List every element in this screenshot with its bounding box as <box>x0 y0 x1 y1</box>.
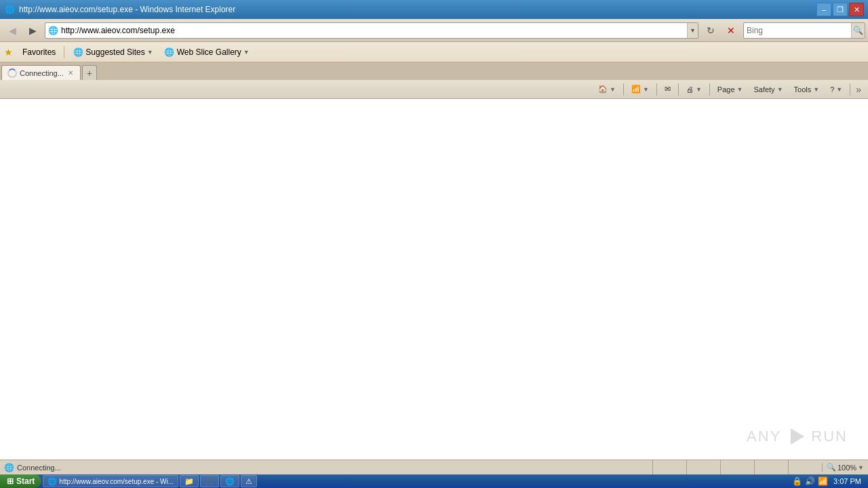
print-command-button[interactable]: 🖨 ▼ <box>682 83 707 96</box>
start-label: Start <box>16 476 35 486</box>
read-mail-icon: ✉ <box>665 85 671 94</box>
expand-button[interactable]: » <box>853 83 864 96</box>
tools-dropdown-icon: ▼ <box>813 86 819 93</box>
tab-bar: Connecting... ✕ + <box>0 62 868 80</box>
home-command-button[interactable]: 🏠 ▼ <box>593 83 620 96</box>
zoom-display[interactable]: 100% ▼ <box>837 464 864 472</box>
web-slice-gallery-icon: 🌐 <box>164 47 175 58</box>
feeds-icon: 📶 <box>631 85 641 94</box>
status-segment-3 <box>720 460 754 475</box>
status-loading-icon: 🌐 <box>4 463 14 472</box>
title-bar: 🌐 http://www.aieov.com/setup.exe - Windo… <box>0 0 868 19</box>
command-bar: 🏠 ▼ 📶 ▼ ✉ 🖨 ▼ Page ▼ Safety ▼ Tools ▼ ? … <box>0 80 868 99</box>
safety-command-button[interactable]: Safety ▼ <box>749 83 787 96</box>
stop-button[interactable]: ✕ <box>722 22 741 39</box>
new-tab-button[interactable]: + <box>82 65 97 80</box>
back-button[interactable]: ◀ <box>3 22 22 39</box>
search-button[interactable]: 🔍 <box>851 23 865 38</box>
cmd-divider-3 <box>678 83 679 96</box>
tab-loading-spinner <box>7 68 17 78</box>
status-segment-4 <box>754 460 788 475</box>
svg-marker-0 <box>791 428 804 445</box>
status-bar: 🌐 Connecting... 🔍 100% ▼ <box>0 460 868 474</box>
content-area <box>0 99 868 412</box>
search-container: 🔍 <box>743 22 865 39</box>
help-command-button[interactable]: ? ▼ <box>825 83 847 96</box>
suggested-sites-label: Suggested Sites <box>85 47 144 57</box>
taskbar-media-icon: 🎵 <box>205 477 214 486</box>
cmd-divider-5 <box>850 83 850 96</box>
forward-button[interactable]: ▶ <box>23 22 42 39</box>
feeds-dropdown-icon: ▼ <box>643 86 649 93</box>
tab-label: Connecting... <box>20 69 64 77</box>
page-command-label: Page <box>717 85 735 94</box>
refresh-button[interactable]: ↻ <box>701 22 720 39</box>
cmd-divider-4 <box>709 83 710 96</box>
active-tab[interactable]: Connecting... ✕ <box>1 65 81 80</box>
start-button[interactable]: ⊞ Start <box>0 474 41 488</box>
read-mail-command-button[interactable]: ✉ <box>660 83 675 96</box>
zoom-container: 🔍 100% ▼ <box>822 463 868 472</box>
navigation-bar: ◀ ▶ 🌐 ▼ ↻ ✕ 🔍 <box>0 19 868 42</box>
tab-close-button[interactable]: ✕ <box>66 69 75 77</box>
minimize-button[interactable]: – <box>816 3 831 16</box>
taskbar-ie-icon: 🌐 <box>47 477 57 486</box>
favorites-bar: ★ Favorites 🌐 Suggested Sites ▼ 🌐 Web Sl… <box>0 42 868 62</box>
favorites-label: Favorites <box>22 47 56 57</box>
taskbar-ie-task[interactable]: 🌐 http://www.aieov.com/setup.exe - Wi... <box>43 475 178 487</box>
suggested-sites-button[interactable]: 🌐 Suggested Sites ▼ <box>70 45 155 59</box>
start-orb-icon: ⊞ <box>7 476 14 486</box>
favorites-button[interactable]: Favorites <box>20 46 58 58</box>
status-segment-5 <box>788 460 822 475</box>
home-dropdown-icon: ▼ <box>610 86 616 93</box>
tools-command-label: Tools <box>794 85 812 94</box>
home-icon: 🏠 <box>598 85 608 94</box>
favorites-star-icon: ★ <box>4 47 13 58</box>
feeds-command-button[interactable]: 📶 ▼ <box>627 83 654 96</box>
address-bar-container: 🌐 ▼ <box>45 22 698 39</box>
taskbar-folder-task[interactable]: 📁 <box>180 475 199 487</box>
taskbar-folder-icon: 📁 <box>184 477 194 486</box>
print-icon: 🖨 <box>686 85 694 94</box>
cmd-divider-1 <box>623 83 624 96</box>
suggested-sites-dropdown-icon: ▼ <box>147 49 153 56</box>
address-icon: 🌐 <box>48 26 58 35</box>
system-tray: 🔒 🔊 📶 3:07 PM <box>788 476 868 486</box>
web-slice-gallery-button[interactable]: 🌐 Web Slice Gallery ▼ <box>161 45 252 59</box>
title-bar-icon: 🌐 <box>4 4 15 15</box>
page-command-button[interactable]: Page ▼ <box>713 83 748 96</box>
watermark-text-any: ANY <box>747 428 781 445</box>
window-controls: – ❐ ✕ <box>816 3 864 16</box>
safety-dropdown-icon: ▼ <box>777 86 783 93</box>
status-segment-2 <box>686 460 720 475</box>
status-text: Connecting... <box>17 464 61 472</box>
watermark-play-icon <box>785 426 807 447</box>
cmd-divider-2 <box>656 83 657 96</box>
close-button[interactable]: ✕ <box>849 3 864 16</box>
address-dropdown-arrow[interactable]: ▼ <box>687 23 698 38</box>
tray-signal-icon: 📶 <box>818 476 828 486</box>
tray-network-icon: 🔒 <box>792 476 802 486</box>
taskbar-task-5[interactable]: ⚠ <box>241 475 257 487</box>
taskbar: ⊞ Start 🌐 http://www.aieov.com/setup.exe… <box>0 474 868 488</box>
taskbar-browser2-icon: 🌐 <box>225 477 235 486</box>
taskbar-task-4[interactable]: 🌐 <box>220 475 239 487</box>
tray-clock: 3:07 PM <box>831 477 864 485</box>
safety-command-label: Safety <box>753 85 774 94</box>
zoom-dropdown-icon: ▼ <box>858 464 864 471</box>
address-input[interactable] <box>61 26 686 35</box>
help-icon: ? <box>830 85 834 94</box>
restore-button[interactable]: ❐ <box>833 3 848 16</box>
watermark-text-run: RUN <box>811 428 848 445</box>
zoom-icon: 🔍 <box>827 463 836 472</box>
status-text-container: 🌐 Connecting... <box>0 463 652 472</box>
page-dropdown-icon: ▼ <box>737 86 743 93</box>
zoom-level: 100% <box>837 464 856 472</box>
taskbar-task-3[interactable]: 🎵 <box>200 475 219 487</box>
search-input[interactable] <box>744 26 851 35</box>
help-dropdown-icon: ▼ <box>836 86 842 93</box>
tools-command-button[interactable]: Tools ▼ <box>789 83 825 96</box>
taskbar-task-label: http://www.aieov.com/setup.exe - Wi... <box>59 478 174 485</box>
watermark: ANY RUN <box>747 426 848 447</box>
suggested-sites-icon: 🌐 <box>73 47 83 58</box>
